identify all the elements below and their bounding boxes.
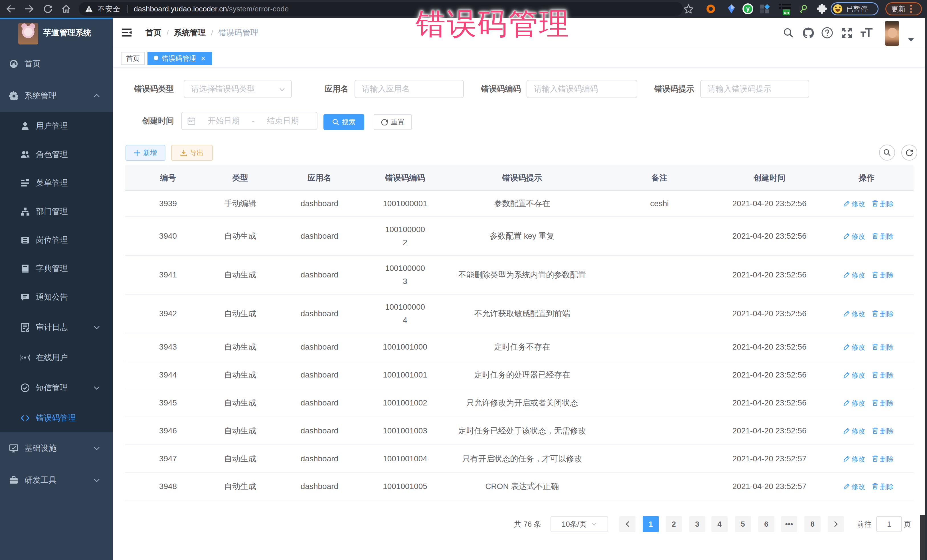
svg-text:on: on [784, 10, 789, 15]
